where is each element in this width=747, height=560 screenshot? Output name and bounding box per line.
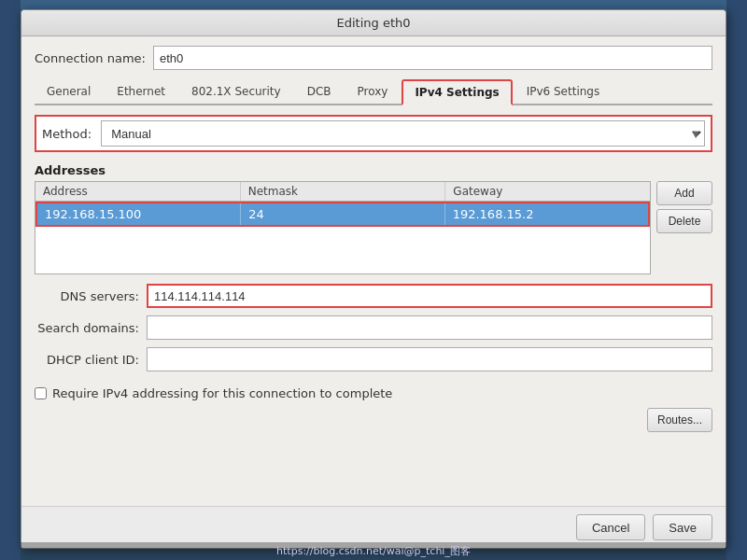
bg-right: [726, 0, 747, 560]
checkbox-row: Require IPv4 addressing for this connect…: [35, 386, 712, 400]
connection-name-label: Connection name:: [35, 51, 146, 65]
tab-ipv6[interactable]: IPv6 Settings: [514, 79, 613, 104]
dhcp-client-id-input[interactable]: [147, 347, 712, 371]
bg-left: [0, 0, 21, 560]
save-button[interactable]: Save: [653, 514, 712, 540]
addresses-label: Addresses: [35, 163, 712, 177]
tab-ethernet[interactable]: Ethernet: [105, 79, 177, 104]
search-domains-row: Search domains:: [35, 315, 712, 340]
connection-name-input[interactable]: [153, 46, 712, 70]
addresses-table: Address Netmask Gateway 192.168.15.100 2…: [35, 181, 651, 274]
tabs-bar: General Ethernet 802.1X Security DCB Pro…: [35, 79, 712, 105]
addresses-section: Addresses Address Netmask Gateway 192.16…: [35, 163, 712, 274]
url-bar: https://blog.csdn.net/wai@p_tchi_图客: [21, 542, 726, 560]
col-address: Address: [35, 182, 241, 201]
connection-name-row: Connection name:: [35, 46, 712, 70]
addresses-table-area: Address Netmask Gateway 192.168.15.100 2…: [35, 181, 712, 274]
search-domains-input[interactable]: [147, 315, 712, 340]
dialog-titlebar: Editing eth0: [21, 10, 726, 36]
cell-gateway: 192.168.15.2: [445, 203, 648, 225]
tab-ipv4[interactable]: IPv4 Settings: [402, 79, 512, 105]
table-empty-area: [35, 227, 650, 273]
tab-security[interactable]: 802.1X Security: [179, 79, 293, 104]
addresses-buttons: Add Delete: [656, 181, 712, 274]
add-button[interactable]: Add: [656, 181, 712, 205]
delete-button[interactable]: Delete: [656, 209, 712, 233]
cell-address: 192.168.15.100: [37, 203, 241, 225]
dialog-body: Connection name: General Ethernet 802.1X…: [21, 36, 726, 506]
dns-servers-row: DNS servers:: [35, 284, 712, 308]
table-row[interactable]: 192.168.15.100 24 192.168.15.2: [35, 202, 650, 227]
routes-button[interactable]: Routes...: [647, 408, 712, 432]
method-select[interactable]: Manual Automatic (DHCP) Link-Local Only …: [101, 120, 705, 147]
col-gateway: Gateway: [445, 182, 650, 201]
dhcp-client-id-row: DHCP client ID:: [35, 347, 712, 371]
require-ipv4-checkbox[interactable]: [35, 387, 47, 399]
method-label: Method:: [42, 127, 92, 141]
url-text: https://blog.csdn.net/wai@p_tchi_图客: [276, 545, 471, 557]
dns-servers-label: DNS servers:: [35, 289, 147, 303]
addresses-table-header: Address Netmask Gateway: [35, 182, 650, 202]
routes-row: Routes...: [35, 408, 712, 432]
tab-general[interactable]: General: [35, 79, 103, 104]
dialog-title: Editing eth0: [336, 16, 410, 30]
method-row: Method: Manual Automatic (DHCP) Link-Loc…: [35, 115, 712, 152]
dns-servers-input[interactable]: [147, 284, 712, 308]
cancel-button[interactable]: Cancel: [576, 514, 645, 540]
search-domains-label: Search domains:: [35, 321, 147, 335]
tab-proxy[interactable]: Proxy: [345, 79, 401, 104]
dhcp-client-id-label: DHCP client ID:: [35, 353, 147, 367]
require-ipv4-label: Require IPv4 addressing for this connect…: [52, 386, 392, 400]
dialog: Editing eth0 Connection name: General Et…: [21, 9, 726, 549]
col-netmask: Netmask: [241, 182, 446, 201]
method-select-wrapper: Manual Automatic (DHCP) Link-Local Only …: [101, 120, 705, 147]
tab-dcb[interactable]: DCB: [295, 79, 344, 104]
cell-netmask: 24: [241, 203, 444, 225]
